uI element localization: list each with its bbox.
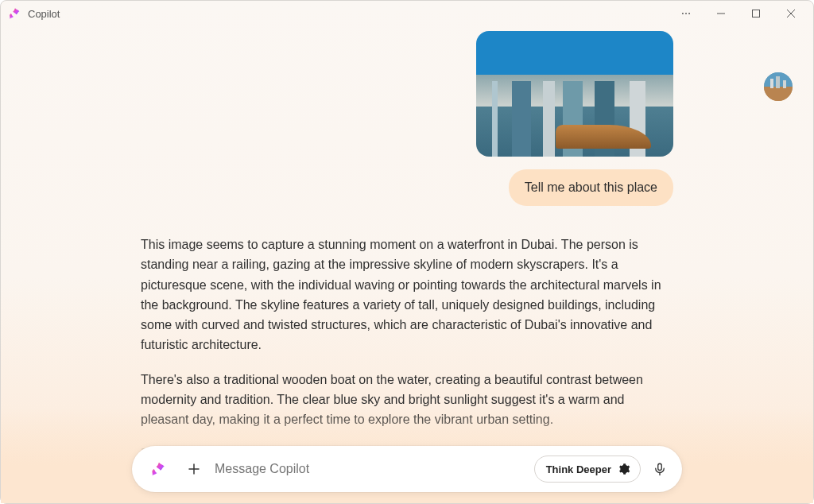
- assistant-response: This image seems to capture a stunning m…: [141, 235, 673, 464]
- attach-button[interactable]: [178, 453, 210, 485]
- copilot-launcher-icon[interactable]: [143, 453, 175, 485]
- svg-point-1: [685, 13, 687, 14]
- svg-rect-10: [776, 76, 780, 88]
- svg-rect-9: [770, 79, 773, 88]
- maximize-button[interactable]: [738, 2, 773, 25]
- think-deeper-button[interactable]: Think Deeper: [534, 456, 641, 483]
- svg-rect-8: [764, 87, 793, 101]
- chat-area: Tell me about this place This image seem…: [1, 26, 813, 503]
- svg-rect-4: [753, 10, 760, 17]
- user-message-block: Tell me about this place: [141, 29, 673, 206]
- assistant-paragraph: There's also a traditional wooden boat o…: [141, 370, 673, 430]
- input-bar: Think Deeper: [132, 446, 682, 492]
- microphone-button[interactable]: [644, 453, 676, 485]
- minimize-button[interactable]: [704, 2, 738, 25]
- input-bar-container: Think Deeper: [1, 446, 813, 492]
- title-bar: Copilot: [1, 1, 813, 26]
- user-uploaded-image[interactable]: [476, 31, 673, 157]
- user-avatar[interactable]: [764, 72, 793, 101]
- copilot-logo-icon: [9, 7, 21, 20]
- svg-point-2: [688, 13, 690, 14]
- user-message-bubble: Tell me about this place: [509, 169, 673, 206]
- message-input[interactable]: [215, 462, 531, 476]
- close-button[interactable]: [773, 2, 808, 25]
- svg-rect-11: [783, 80, 786, 88]
- app-window: Copilot Tell me about this plac: [0, 0, 814, 504]
- assistant-paragraph: This image seems to capture a stunning m…: [141, 235, 673, 355]
- more-button[interactable]: [669, 2, 704, 25]
- think-deeper-label: Think Deeper: [546, 463, 611, 475]
- svg-point-0: [682, 13, 684, 14]
- svg-rect-14: [658, 463, 662, 470]
- app-title: Copilot: [28, 8, 60, 20]
- gear-icon: [618, 463, 630, 475]
